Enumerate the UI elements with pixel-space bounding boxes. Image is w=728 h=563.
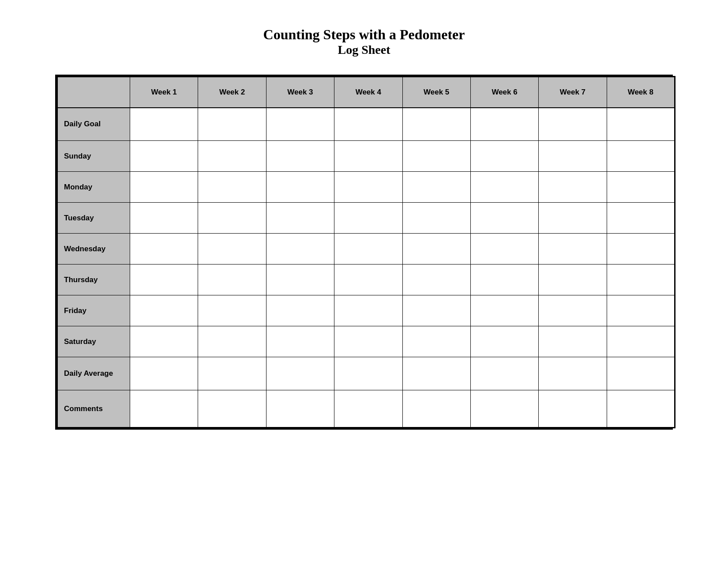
cell-friday-w2[interactable] <box>198 295 266 326</box>
table-row: Friday <box>57 295 675 326</box>
cell-saturday-w1[interactable] <box>130 326 198 357</box>
cell-monday-w3[interactable] <box>266 172 334 203</box>
cell-tuesday-w3[interactable] <box>266 203 334 234</box>
cell-monday-w8[interactable] <box>607 172 675 203</box>
cell-wednesday-w5[interactable] <box>402 234 470 264</box>
cell-wednesday-w2[interactable] <box>198 234 266 264</box>
cell-daily-avg-w3[interactable] <box>266 357 334 390</box>
cell-friday-w7[interactable] <box>539 295 607 326</box>
cell-friday-w4[interactable] <box>334 295 402 326</box>
main-title: Counting Steps with a Pedometer <box>263 26 465 43</box>
cell-tuesday-w6[interactable] <box>470 203 538 234</box>
cell-friday-w3[interactable] <box>266 295 334 326</box>
log-table: Week 1 Week 2 Week 3 Week 4 Week 5 Week … <box>56 76 675 428</box>
cell-friday-w5[interactable] <box>402 295 470 326</box>
cell-monday-w2[interactable] <box>198 172 266 203</box>
cell-daily-goal-w3[interactable] <box>266 108 334 141</box>
cell-saturday-w2[interactable] <box>198 326 266 357</box>
cell-daily-goal-w8[interactable] <box>607 108 675 141</box>
cell-monday-w7[interactable] <box>539 172 607 203</box>
cell-sunday-w7[interactable] <box>539 141 607 172</box>
cell-comments-w5[interactable] <box>402 390 470 428</box>
cell-wednesday-w6[interactable] <box>470 234 538 264</box>
cell-wednesday-w7[interactable] <box>539 234 607 264</box>
cell-monday-w5[interactable] <box>402 172 470 203</box>
cell-sunday-w6[interactable] <box>470 141 538 172</box>
cell-daily-avg-w8[interactable] <box>607 357 675 390</box>
cell-comments-w8[interactable] <box>607 390 675 428</box>
cell-comments-w6[interactable] <box>470 390 538 428</box>
cell-friday-w1[interactable] <box>130 295 198 326</box>
header-week7: Week 7 <box>539 77 607 108</box>
row-label-daily-goal: Daily Goal <box>57 108 130 141</box>
table-row: Daily Average <box>57 357 675 390</box>
cell-daily-goal-w6[interactable] <box>470 108 538 141</box>
table-row: Comments <box>57 390 675 428</box>
cell-thursday-w8[interactable] <box>607 264 675 295</box>
cell-daily-goal-w2[interactable] <box>198 108 266 141</box>
cell-saturday-w7[interactable] <box>539 326 607 357</box>
cell-tuesday-w2[interactable] <box>198 203 266 234</box>
cell-thursday-w5[interactable] <box>402 264 470 295</box>
cell-thursday-w6[interactable] <box>470 264 538 295</box>
cell-thursday-w4[interactable] <box>334 264 402 295</box>
cell-daily-avg-w4[interactable] <box>334 357 402 390</box>
cell-wednesday-w3[interactable] <box>266 234 334 264</box>
cell-monday-w1[interactable] <box>130 172 198 203</box>
cell-wednesday-w4[interactable] <box>334 234 402 264</box>
row-label-monday: Monday <box>57 172 130 203</box>
cell-thursday-w3[interactable] <box>266 264 334 295</box>
table-row: Tuesday <box>57 203 675 234</box>
cell-saturday-w8[interactable] <box>607 326 675 357</box>
cell-daily-avg-w7[interactable] <box>539 357 607 390</box>
cell-comments-w4[interactable] <box>334 390 402 428</box>
header-week8: Week 8 <box>607 77 675 108</box>
table-row: Thursday <box>57 264 675 295</box>
cell-comments-w1[interactable] <box>130 390 198 428</box>
cell-friday-w8[interactable] <box>607 295 675 326</box>
cell-daily-avg-w5[interactable] <box>402 357 470 390</box>
row-label-saturday: Saturday <box>57 326 130 357</box>
cell-daily-goal-w7[interactable] <box>539 108 607 141</box>
cell-saturday-w5[interactable] <box>402 326 470 357</box>
cell-tuesday-w1[interactable] <box>130 203 198 234</box>
cell-comments-w3[interactable] <box>266 390 334 428</box>
row-label-sunday: Sunday <box>57 141 130 172</box>
cell-comments-w7[interactable] <box>539 390 607 428</box>
cell-tuesday-w4[interactable] <box>334 203 402 234</box>
cell-friday-w6[interactable] <box>470 295 538 326</box>
row-label-comments: Comments <box>57 390 130 428</box>
cell-daily-goal-w4[interactable] <box>334 108 402 141</box>
table-row: Saturday <box>57 326 675 357</box>
cell-comments-w2[interactable] <box>198 390 266 428</box>
cell-daily-avg-w1[interactable] <box>130 357 198 390</box>
cell-sunday-w4[interactable] <box>334 141 402 172</box>
cell-tuesday-w8[interactable] <box>607 203 675 234</box>
cell-saturday-w3[interactable] <box>266 326 334 357</box>
table-row: Daily Goal <box>57 108 675 141</box>
cell-wednesday-w8[interactable] <box>607 234 675 264</box>
cell-tuesday-w7[interactable] <box>539 203 607 234</box>
sub-title: Log Sheet <box>263 43 465 57</box>
cell-sunday-w1[interactable] <box>130 141 198 172</box>
table-row: Wednesday <box>57 234 675 264</box>
cell-sunday-w8[interactable] <box>607 141 675 172</box>
cell-thursday-w1[interactable] <box>130 264 198 295</box>
cell-sunday-w5[interactable] <box>402 141 470 172</box>
cell-saturday-w6[interactable] <box>470 326 538 357</box>
cell-daily-goal-w5[interactable] <box>402 108 470 141</box>
cell-tuesday-w5[interactable] <box>402 203 470 234</box>
cell-thursday-w2[interactable] <box>198 264 266 295</box>
header-row: Week 1 Week 2 Week 3 Week 4 Week 5 Week … <box>57 77 675 108</box>
cell-saturday-w4[interactable] <box>334 326 402 357</box>
cell-monday-w6[interactable] <box>470 172 538 203</box>
cell-monday-w4[interactable] <box>334 172 402 203</box>
header-week5: Week 5 <box>402 77 470 108</box>
cell-daily-avg-w2[interactable] <box>198 357 266 390</box>
cell-daily-avg-w6[interactable] <box>470 357 538 390</box>
cell-wednesday-w1[interactable] <box>130 234 198 264</box>
cell-daily-goal-w1[interactable] <box>130 108 198 141</box>
cell-sunday-w2[interactable] <box>198 141 266 172</box>
cell-sunday-w3[interactable] <box>266 141 334 172</box>
cell-thursday-w7[interactable] <box>539 264 607 295</box>
